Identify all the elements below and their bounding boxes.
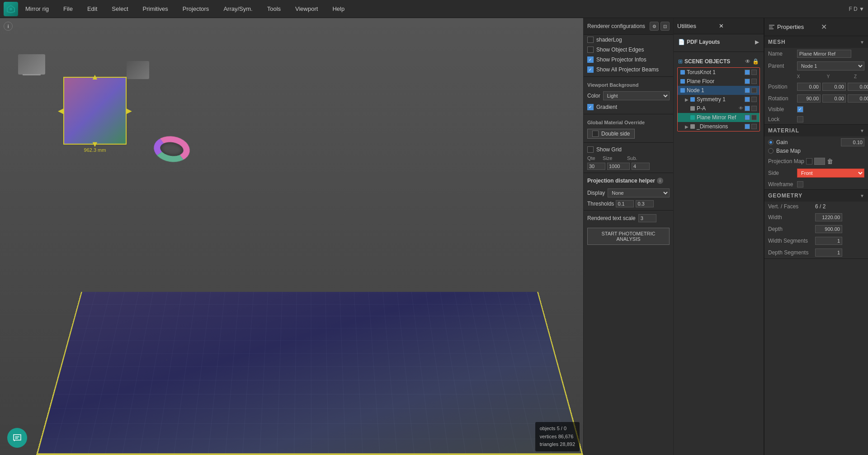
menu-primitives[interactable]: Primitives <box>139 4 172 14</box>
double-side-checkbox[interactable] <box>592 131 599 137</box>
torusknot-lock[interactable] <box>751 70 757 75</box>
basemap-radio[interactable] <box>768 148 774 154</box>
scene-item-dimensions[interactable]: ▶ _Dimensions <box>678 122 760 131</box>
renderer-extra-icon[interactable]: ⊡ <box>660 22 670 31</box>
gain-input[interactable] <box>841 138 864 146</box>
rotation-z-input[interactable] <box>848 94 868 103</box>
show-projector-infos-checkbox[interactable] <box>587 56 594 63</box>
proj-map-checkbox[interactable] <box>806 158 812 164</box>
rendered-text-input[interactable] <box>638 214 656 222</box>
planefloor-lock[interactable] <box>751 79 757 84</box>
top-right-indicator[interactable]: F D ▼ <box>849 6 864 12</box>
size-input[interactable] <box>607 163 630 170</box>
scene-lock-icon[interactable]: 🔒 <box>752 58 759 65</box>
show-object-edges-row[interactable]: Show Object Edges <box>584 45 673 55</box>
color-select[interactable]: Light Dark Custom <box>603 91 670 100</box>
photometric-analysis-button[interactable]: START PHOTOMETRIC ANALYSIS <box>587 228 670 245</box>
lock-checkbox[interactable] <box>797 116 803 122</box>
threshold2-input[interactable] <box>636 200 654 207</box>
gradient-row[interactable]: Gradient <box>584 102 673 112</box>
chat-button[interactable] <box>7 428 27 448</box>
double-side-button[interactable]: Double side <box>587 129 635 139</box>
pa-lock[interactable] <box>751 106 757 111</box>
planefloor-vis[interactable] <box>745 79 750 84</box>
plane-mirror-lock[interactable] <box>751 115 757 120</box>
width-segments-input[interactable] <box>815 237 842 245</box>
material-section-header[interactable]: MATERIAL ▼ <box>764 125 868 136</box>
shaderlog-checkbox[interactable] <box>587 37 594 43</box>
symmetry1-vis[interactable] <box>745 97 750 102</box>
geometry-section-header[interactable]: GEOMETRY ▼ <box>764 190 868 202</box>
scene-item-planefloor[interactable]: Plane Floor <box>678 77 760 86</box>
show-grid-checkbox[interactable] <box>587 146 594 153</box>
selected-node[interactable]: ▲ ▼ ◀ ▶ 962.3 mm <box>63 77 127 145</box>
show-projector-infos-row[interactable]: Show Projector Infos <box>584 55 673 65</box>
pdf-layouts-header[interactable]: 📄 PDF Layouts ▶ <box>675 37 762 47</box>
threshold1-input[interactable] <box>616 200 634 207</box>
scene-item-torusknot1[interactable]: TorusKnot 1 <box>678 68 760 77</box>
pa-vis[interactable] <box>745 106 750 111</box>
name-input[interactable] <box>797 50 851 58</box>
gradient-checkbox[interactable] <box>587 104 594 110</box>
scene-eye-icon[interactable]: 👁 <box>745 58 750 65</box>
menu-tools[interactable]: Tools <box>264 4 284 14</box>
renderer-gear-icon[interactable]: ⚙ <box>650 22 659 31</box>
gain-radio-row[interactable]: Gain <box>768 138 864 146</box>
position-z-input[interactable] <box>848 83 868 91</box>
camera-obj-1[interactable] <box>18 54 45 75</box>
proj-distance-info-icon[interactable]: i <box>657 178 663 184</box>
shaderlog-row[interactable]: shaderLog <box>584 35 673 45</box>
menu-help[interactable]: Help <box>329 4 348 14</box>
depth-input[interactable] <box>815 225 842 233</box>
width-input[interactable] <box>815 213 842 221</box>
rotation-x-input[interactable] <box>797 94 821 103</box>
menu-file[interactable]: File <box>60 4 76 14</box>
position-y-input[interactable] <box>822 83 846 91</box>
rotation-y-input[interactable] <box>822 94 846 103</box>
show-all-projector-beams-row[interactable]: Show All Projector Beams <box>584 65 673 75</box>
menu-projectors[interactable]: Projectors <box>179 4 213 14</box>
symmetry1-lock[interactable] <box>751 97 757 102</box>
properties-close-button[interactable]: ✕ <box>818 22 865 32</box>
show-all-projector-beams-checkbox[interactable] <box>587 66 594 73</box>
rotation-xyz <box>797 94 868 103</box>
node1-lock[interactable] <box>751 88 757 93</box>
show-grid-row[interactable]: Show Grid <box>584 145 673 155</box>
mesh-section-header[interactable]: MESH ▼ <box>764 36 868 48</box>
dimensions-expand[interactable]: ▶ <box>685 124 689 129</box>
sub-input[interactable] <box>632 163 650 170</box>
dimensions-lock[interactable] <box>751 124 757 129</box>
basemap-radio-row[interactable]: Base Map <box>768 148 864 154</box>
menu-select[interactable]: Select <box>108 4 132 14</box>
proj-map-delete-button[interactable]: 🗑 <box>827 158 833 165</box>
plane-mirror-vis[interactable] <box>745 115 750 120</box>
show-object-edges-checkbox[interactable] <box>587 47 594 53</box>
menu-viewport[interactable]: Viewport <box>292 4 321 14</box>
visible-checkbox[interactable] <box>797 106 803 113</box>
symmetry1-expand[interactable]: ▶ <box>685 97 689 102</box>
torusknot-vis[interactable] <box>745 70 750 75</box>
utilities-close-button[interactable]: ✕ <box>716 22 760 30</box>
scene-item-plane-mirror-ref[interactable]: Plane Mirror Ref <box>678 113 760 122</box>
side-select[interactable]: Front Back Both <box>797 169 864 178</box>
node1-vis[interactable] <box>745 88 750 93</box>
scene-objects-header[interactable]: ⊞ SCENE OBJECTS 👁 🔒 <box>675 56 762 66</box>
scene-item-pa[interactable]: P-A 👁 <box>678 104 760 113</box>
camera-obj-2[interactable] <box>127 61 149 79</box>
qte-input[interactable] <box>587 163 605 170</box>
position-x-input[interactable] <box>797 83 821 91</box>
torus-obj[interactable] <box>154 136 194 167</box>
menu-arraysym[interactable]: Array/Sym. <box>220 4 256 14</box>
gain-radio[interactable] <box>768 140 774 145</box>
dimensions-actions <box>745 124 757 129</box>
menu-edit[interactable]: Edit <box>84 4 101 14</box>
parent-select[interactable]: Node 1 <box>797 61 864 70</box>
wireframe-checkbox[interactable] <box>797 181 803 188</box>
scene-item-symmetry1[interactable]: ▶ Symmetry 1 <box>678 95 760 104</box>
display-select[interactable]: None Distance Angle <box>608 188 670 197</box>
pa-eye-icon[interactable]: 👁 <box>739 106 743 111</box>
depth-segments-input[interactable] <box>815 249 842 257</box>
scene-item-node1[interactable]: Node 1 <box>678 86 760 95</box>
viewport[interactable]: ▲ ▼ ◀ ▶ 962.3 mm i objects 5 / 0 vertice… <box>0 18 583 455</box>
dimensions-vis[interactable] <box>745 124 750 129</box>
